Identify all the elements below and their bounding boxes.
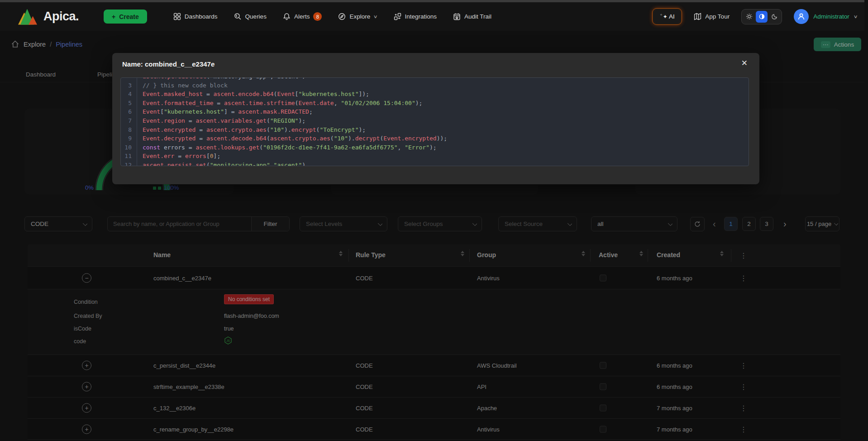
nav-item-dashboards[interactable]: Dashboards xyxy=(173,13,218,20)
modal-title: Name: combined_c__e2347e xyxy=(122,60,215,68)
apica-logo[interactable]: Apica. xyxy=(18,9,79,25)
nav-item-explore[interactable]: Explore∨ xyxy=(338,13,377,20)
code-line: 3// } this new code block xyxy=(121,81,749,90)
code-line: 10const errors = ascent.lookups.get("019… xyxy=(121,143,749,152)
code-line: ascent.persist.set("monitorying-app","as… xyxy=(121,77,749,81)
code-editor[interactable]: ascent.persist.set("monitorying-app","as… xyxy=(120,77,749,166)
rule-detail-modal: Name: combined_c__e2347e ✕ ascent.persis… xyxy=(112,53,759,184)
user-name: Administrator xyxy=(813,13,849,20)
scrollbar[interactable] xyxy=(864,0,868,441)
compass-icon xyxy=(338,13,346,20)
theme-switcher[interactable] xyxy=(741,9,782,24)
moon-icon xyxy=(771,13,778,20)
code-line: 5Event.formatted_time = ascent.time.strf… xyxy=(121,99,749,108)
ai-button[interactable]: ✧ ✦ AI xyxy=(652,8,682,25)
auto-theme-button[interactable] xyxy=(756,11,768,23)
grid-icon xyxy=(173,13,181,20)
app-title: Apica. xyxy=(43,10,79,24)
nav-item-alerts[interactable]: Alerts8 xyxy=(283,12,322,21)
light-theme-button[interactable] xyxy=(743,11,755,23)
chevron-down-icon: ∨ xyxy=(853,14,858,19)
map-icon xyxy=(694,13,701,20)
integrations-icon xyxy=(394,13,401,20)
sparkle-icon: ✦ xyxy=(663,14,668,20)
sparkle-small-icon: ✧ xyxy=(660,13,663,17)
app-screen: Apica. + Create DashboardsQueriesAlerts8… xyxy=(0,0,868,441)
navbar: Apica. + Create DashboardsQueriesAlerts8… xyxy=(0,2,868,31)
contrast-icon xyxy=(758,13,765,20)
create-button[interactable]: + Create xyxy=(104,10,147,24)
apica-logo-icon xyxy=(18,9,39,25)
dark-theme-button[interactable] xyxy=(768,11,780,23)
code-line: 4Event.masked_host = ascent.encode.b64(E… xyxy=(121,90,749,99)
chevron-down-icon: ∨ xyxy=(373,14,378,19)
nav-item-queries[interactable]: Queries xyxy=(234,13,267,20)
audit-icon xyxy=(453,13,461,20)
nav-item-integrations[interactable]: Integrations xyxy=(394,13,437,20)
code-line: 8Event.encrypted = ascent.crypto.aes("10… xyxy=(121,125,749,134)
plus-icon: + xyxy=(112,13,115,20)
app-tour-button[interactable]: App Tour xyxy=(694,13,730,20)
sun-icon xyxy=(746,13,753,20)
bell-icon xyxy=(283,13,291,20)
code-line: 9Event.decrypted = ascent.decode.b64(asc… xyxy=(121,134,749,143)
user-menu[interactable]: Administrator ∨ xyxy=(794,9,857,24)
nav-items: DashboardsQueriesAlerts8Explore∨Integrat… xyxy=(173,12,491,21)
alerts-badge: 8 xyxy=(313,12,322,21)
user-icon xyxy=(797,12,806,21)
code-line: 7Event.region = ascent.variables.get("RE… xyxy=(121,116,749,125)
close-icon[interactable]: ✕ xyxy=(741,58,748,68)
search-icon xyxy=(234,13,242,20)
code-line: 6Event["kubernetes.host"] = ascent.mask.… xyxy=(121,107,749,116)
code-line: 11Event.err = errors[0]; xyxy=(121,152,749,161)
code-line: 12ascent.persist.set("monitorying-app","… xyxy=(121,161,749,166)
avatar xyxy=(794,9,809,24)
nav-item-audit-trail[interactable]: Audit Trail xyxy=(453,13,491,20)
